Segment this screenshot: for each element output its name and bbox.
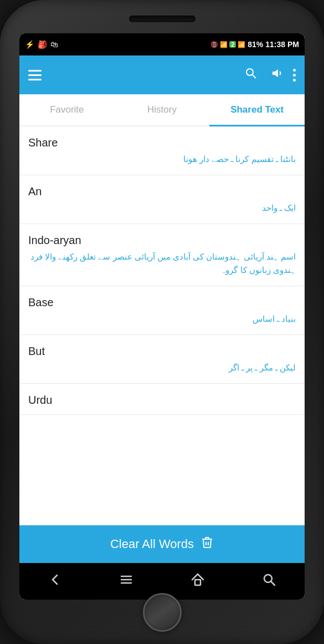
status-right: 📵 📶 2 📶 81% 11:38 PM (210, 40, 299, 49)
no-sound-icon: 📵 (210, 41, 218, 48)
word-list: Share بانٹنا ـ تقسیم کرنا ـ حصے دار ھونا… (19, 126, 305, 525)
notification-badge: 2 (229, 41, 236, 48)
word-urdu-an: ایک ـ واحد (28, 201, 296, 215)
back-button[interactable] (38, 567, 71, 596)
svg-point-0 (246, 69, 253, 75)
tab-favorite[interactable]: Favorite (19, 94, 115, 125)
word-urdu-indo-aryan: اسم ہند آریائی ہندوستان کی آبادی میں آری… (28, 250, 296, 277)
word-item-base[interactable]: Base بنیاد ـ اساس (19, 286, 305, 335)
signal-icons: 📵 📶 2 📶 (210, 41, 245, 48)
trash-icon (200, 536, 214, 552)
dot-2 (293, 74, 296, 77)
home-menu-button[interactable] (110, 567, 143, 596)
hamburger-line-3 (28, 79, 42, 80)
time: 11:38 PM (265, 40, 299, 49)
word-english-but: But (28, 345, 296, 358)
physical-home-button[interactable] (143, 593, 182, 632)
signal-icon: 📶 (238, 41, 245, 48)
tab-shared-text[interactable]: Shared Text (209, 94, 305, 125)
hamburger-line-2 (28, 74, 42, 76)
word-urdu-but: لیکن ـ مگر ـ پر ـ اگر (28, 361, 296, 374)
word-english-base: Base (28, 296, 296, 309)
dot-3 (293, 79, 296, 82)
svg-line-10 (271, 581, 275, 585)
tab-history-label: History (147, 104, 177, 115)
menu-button[interactable] (28, 70, 42, 80)
more-options-button[interactable] (293, 69, 296, 82)
phone-speaker (129, 16, 196, 22)
app-icon-2: 🛍 (50, 40, 58, 49)
screen: ⚡ 🎒 🛍 📵 📶 2 📶 81% 11:38 PM (19, 33, 305, 600)
svg-rect-8 (195, 580, 200, 585)
top-bar-actions (240, 62, 296, 88)
search-button[interactable] (240, 62, 262, 88)
clear-all-label: Clear All Words (110, 537, 194, 551)
tab-history[interactable]: History (115, 94, 210, 125)
battery-level: 81% (248, 40, 263, 49)
word-urdu-base: بنیاد ـ اساس (28, 312, 296, 326)
word-item-indo-aryan[interactable]: Indo-aryan اسم ہند آریائی ہندوستان کی آب… (19, 224, 305, 286)
word-english-share: Share (28, 136, 296, 149)
word-item-but[interactable]: But لیکن ـ مگر ـ پر ـ اگر (19, 335, 305, 384)
dot-1 (293, 69, 296, 72)
svg-line-1 (253, 75, 256, 78)
tab-shared-text-label: Shared Text (230, 104, 284, 115)
tab-favorite-label: Favorite (50, 104, 84, 115)
status-left-icons: ⚡ 🎒 🛍 (25, 40, 58, 49)
word-item-urdu[interactable]: Urdu (19, 384, 305, 415)
hamburger-line-1 (28, 70, 42, 72)
app-icon-1: 🎒 (38, 40, 47, 49)
status-bar: ⚡ 🎒 🛍 📵 📶 2 📶 81% 11:38 PM (19, 33, 305, 55)
word-item-an[interactable]: An ایک ـ واحد (19, 175, 305, 224)
volume-button[interactable] (266, 62, 289, 88)
search-nav-button[interactable] (253, 567, 286, 596)
top-app-bar (19, 55, 305, 94)
word-english-an: An (28, 185, 296, 198)
word-urdu-share: بانٹنا ـ تقسیم کرنا ـ حصے دار ھونا (28, 153, 296, 166)
word-item-share[interactable]: Share بانٹنا ـ تقسیم کرنا ـ حصے دار ھونا (19, 126, 305, 175)
wifi-icon: 📶 (220, 41, 228, 48)
tabs-container: Favorite History Shared Text (19, 94, 305, 126)
phone-frame: ⚡ 🎒 🛍 📵 📶 2 📶 81% 11:38 PM (0, 0, 324, 644)
clear-all-button[interactable]: Clear All Words (19, 525, 305, 563)
word-english-indo-aryan: Indo-aryan (28, 234, 296, 247)
usb-icon: ⚡ (25, 40, 34, 49)
svg-marker-2 (272, 69, 278, 77)
word-english-urdu: Urdu (28, 394, 296, 407)
home-button-nav[interactable] (181, 567, 214, 596)
